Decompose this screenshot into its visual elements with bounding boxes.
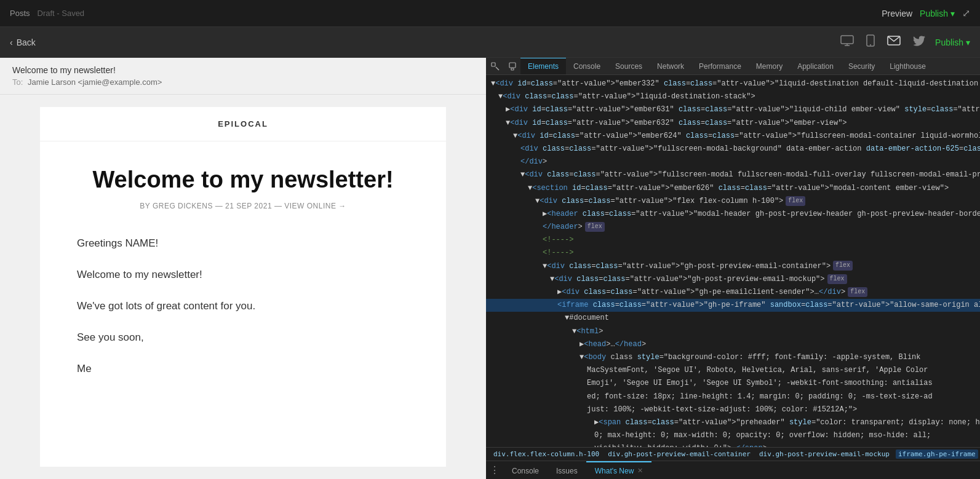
- devtools-tabs: Elements Console Sources Network Perform…: [486, 58, 980, 75]
- svg-rect-7: [509, 63, 516, 68]
- email-para-1: Greetings NAME!: [77, 235, 409, 251]
- devtools-tab-inspect[interactable]: [486, 58, 504, 74]
- whatsnew-close-icon[interactable]: ✕: [637, 467, 643, 475]
- svg-rect-8: [511, 68, 514, 70]
- devtools-tab-security[interactable]: Security: [841, 58, 882, 74]
- devtools-tab-device[interactable]: [504, 58, 520, 74]
- devtools-breadcrumb: div.flex.flex-column.h-100div.gh-post-pr…: [486, 447, 980, 461]
- dom-tree-line-4[interactable]: ▼<div id=class="attr-value">"ember632" c…: [486, 117, 980, 130]
- email-para-3: We've got lots of great content for you.: [77, 298, 409, 314]
- dom-tree-line-25[interactable]: ed; font-size: 18px; line-height: 1.4; m…: [486, 390, 980, 403]
- preview-bar: ‹ Back Publish ▾: [0, 27, 980, 58]
- dom-tree-line-28[interactable]: 0; max-height: 0; max-width: 0; opacity:…: [486, 429, 980, 442]
- devtools-tab-memory[interactable]: Memory: [749, 58, 790, 74]
- dom-tree-line-29[interactable]: visibility: hidden; width: 0;">…</span>: [486, 442, 980, 447]
- main-area: Welcome to my newsletter! To: Jamie Lars…: [0, 58, 980, 479]
- editor-topbar: Posts Draft - Saved Preview Publish ▾ ⤢: [0, 0, 980, 27]
- email-icon[interactable]: [887, 36, 901, 49]
- dom-tree[interactable]: ▼<div id=class="attr-value">"ember332" c…: [486, 75, 980, 447]
- dom-tree-line-11[interactable]: ▶<header class=class="attr-value">"modal…: [486, 208, 980, 221]
- console-bottom-tab-issues[interactable]: Issues: [548, 461, 586, 480]
- dom-tree-line-16[interactable]: ▼<div class=class="attr-value">"gh-post-…: [486, 273, 980, 286]
- email-para-2: Welcome to my newsletter!: [77, 266, 409, 283]
- svg-rect-0: [841, 36, 853, 44]
- dom-tree-line-14[interactable]: <!---->: [486, 247, 980, 259]
- dom-tree-line-20[interactable]: ▼<html>: [486, 325, 980, 338]
- dom-tree-line-2[interactable]: ▼<div class=class="attr-value">"liquid-d…: [486, 90, 980, 103]
- email-subject: Welcome to my newsletter!: [12, 65, 474, 75]
- devtools-tab-application[interactable]: Application: [790, 58, 841, 74]
- twitter-icon[interactable]: [913, 36, 925, 49]
- preview-button[interactable]: Preview: [882, 9, 912, 18]
- desktop-icon[interactable]: [840, 35, 854, 49]
- dom-tree-line-12[interactable]: </header>flex: [486, 221, 980, 234]
- publish-button[interactable]: Publish ▾: [935, 38, 970, 47]
- email-body: Welcome to my newsletter! BY GREG DICKEN…: [40, 141, 446, 417]
- email-para-4: See you soon,: [77, 329, 409, 346]
- email-to: To: Jamie Larson <jamie@example.com>: [12, 77, 474, 87]
- devtools-tab-sources[interactable]: Sources: [608, 58, 650, 74]
- email-card: EPILOCAL Welcome to my newsletter! BY GR…: [40, 107, 446, 467]
- devtools-tab-performance[interactable]: Performance: [691, 58, 749, 74]
- svg-rect-6: [492, 63, 495, 66]
- posts-link[interactable]: Posts: [10, 9, 30, 18]
- console-tabs: ⋮ Console Issues What's New ✕: [486, 461, 980, 479]
- email-para-5: Me: [77, 360, 409, 377]
- console-bottom-tab-whatsnew[interactable]: What's New ✕: [586, 461, 652, 480]
- dom-tree-line-19[interactable]: ▼#document: [486, 312, 980, 325]
- dom-tree-line-8[interactable]: ▼<div class=class="attr-value">"fullscre…: [486, 168, 980, 181]
- back-button[interactable]: ‹ Back: [10, 38, 36, 47]
- expand-button[interactable]: ⤢: [962, 7, 970, 19]
- email-meta: Welcome to my newsletter! To: Jamie Lars…: [0, 58, 486, 95]
- dom-tree-line-23[interactable]: MacSystemFont, 'Segoe UI', Roboto, Helve…: [486, 364, 980, 377]
- devtools-panel: Elements Console Sources Network Perform…: [486, 58, 980, 479]
- email-header: EPILOCAL: [40, 107, 446, 141]
- dom-tree-line-10[interactable]: ▼<div class=class="attr-value">"flex fle…: [486, 195, 980, 208]
- dom-tree-line-7[interactable]: </div>: [486, 156, 980, 168]
- publish-button-top[interactable]: Publish ▾: [920, 9, 955, 18]
- dom-tree-line-9[interactable]: ▼<section id=class="attr-value">"ember62…: [486, 182, 980, 195]
- dom-tree-line-3[interactable]: ▶<div id=class="attr-value">"ember631" c…: [486, 103, 980, 116]
- dom-tree-line-21[interactable]: ▶<head>…</head>: [486, 338, 980, 351]
- dom-tree-line-6[interactable]: <div class=class="attr-value">"fullscree…: [486, 143, 980, 156]
- devtools-tab-lighthouse[interactable]: Lighthouse: [882, 58, 933, 74]
- kebab-icon[interactable]: ⋮: [486, 464, 503, 476]
- draft-saved-label: Draft - Saved: [38, 9, 85, 18]
- email-byline: BY GREG DICKENS — 21 SEP 2021 — VIEW ONL…: [77, 202, 409, 210]
- dom-tree-line-22[interactable]: ▼<body class style="background-color: #f…: [486, 351, 980, 364]
- dom-tree-line-27[interactable]: ▶<span class=class="attr-value">"prehead…: [486, 416, 980, 429]
- svg-point-4: [870, 44, 871, 46]
- console-bottom-tab-console[interactable]: Console: [503, 461, 548, 480]
- email-content-wrapper: EPILOCAL Welcome to my newsletter! BY GR…: [0, 95, 486, 479]
- breadcrumb-item[interactable]: div.gh-post-preview-email-container: [605, 449, 753, 459]
- email-title: Welcome to my newsletter!: [77, 166, 409, 194]
- publish-chevron-top: ▾: [950, 9, 955, 18]
- email-logo: EPILOCAL: [52, 119, 434, 129]
- dom-tree-line-24[interactable]: Emoji', 'Segoe UI Emoji', 'Segoe UI Symb…: [486, 377, 980, 390]
- dom-tree-line-15[interactable]: ▼<div class=class="attr-value">"gh-post-…: [486, 260, 980, 273]
- device-icons: [840, 34, 925, 50]
- dom-tree-line-18[interactable]: <iframe class=class="attr-value">"gh-pe-…: [486, 299, 980, 312]
- tablet-icon[interactable]: [866, 34, 875, 50]
- publish-chevron: ▾: [966, 38, 970, 47]
- devtools-tab-network[interactable]: Network: [650, 58, 691, 74]
- devtools-tab-elements[interactable]: Elements: [520, 58, 566, 74]
- dom-tree-line-17[interactable]: ▶<div class=class="attr-value">"gh-pe-em…: [486, 286, 980, 299]
- dom-tree-line-1[interactable]: ▼<div id=class="attr-value">"ember332" c…: [486, 77, 980, 90]
- breadcrumb-item[interactable]: div.gh-post-preview-email-mockup: [757, 449, 892, 459]
- back-chevron: ‹: [10, 38, 13, 47]
- dom-tree-line-26[interactable]: just: 100%; -webkit-text-size-adjust: 10…: [486, 403, 980, 416]
- dom-tree-line-13[interactable]: <!---->: [486, 234, 980, 247]
- breadcrumb-item[interactable]: div.flex.flex-column.h-100: [491, 449, 602, 459]
- devtools-tab-console[interactable]: Console: [566, 58, 608, 74]
- dom-tree-line-5[interactable]: ▼<div id=class="attr-value">"ember624" c…: [486, 130, 980, 143]
- email-preview-panel: Welcome to my newsletter! To: Jamie Lars…: [0, 58, 486, 479]
- breadcrumb-item[interactable]: iframe.gh-pe-iframe: [896, 449, 978, 459]
